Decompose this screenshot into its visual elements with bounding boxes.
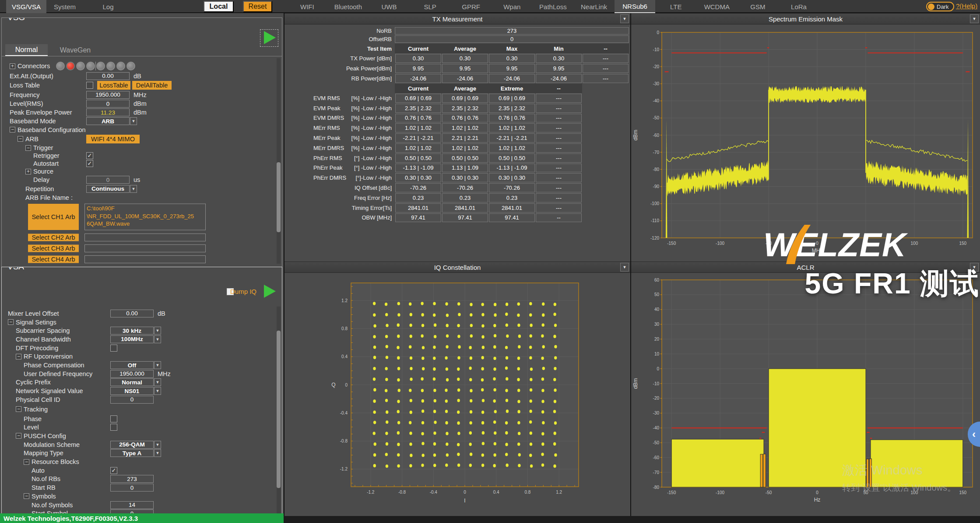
dropdown-arrow-icon[interactable]: ▼ — [154, 327, 161, 335]
collapse-icon[interactable]: − — [16, 354, 21, 359]
tab-bluetooth[interactable]: Bluetooth — [328, 0, 369, 13]
local-button[interactable]: Local — [204, 1, 234, 12]
tx-dropdown-icon[interactable]: ▼ — [620, 14, 629, 23]
dropdown-arrow-icon[interactable]: ▼ — [154, 361, 161, 369]
expand-icon[interactable]: + — [25, 169, 31, 174]
dropdown-arrow-icon[interactable]: ▼ — [154, 378, 161, 386]
value-field-network-signaled-value[interactable]: NS01 — [110, 387, 154, 395]
dropdown-arrow-icon[interactable]: ▼ — [154, 441, 161, 449]
collapse-icon[interactable]: − — [24, 459, 29, 465]
value-field-mixer-level-offset[interactable]: 0.00 — [110, 310, 154, 317]
tab-gsm[interactable]: GSM — [738, 0, 779, 13]
dropdown-arrow-icon[interactable]: ▼ — [130, 117, 137, 125]
value-field-baseband-mode[interactable]: ARB — [86, 117, 130, 125]
value-field-no-of-symbols[interactable]: 14 — [110, 501, 154, 509]
tab-gprf[interactable]: GPRF — [450, 0, 492, 13]
collapse-icon[interactable]: − — [16, 406, 21, 412]
sem-dropdown-icon[interactable]: ▼ — [970, 14, 979, 23]
tab-wpan[interactable]: Wpan — [492, 0, 533, 13]
vsg-scrollbar-track[interactable] — [277, 58, 281, 264]
menu-log[interactable]: Log — [97, 0, 119, 13]
checkbox-loss-table[interactable] — [86, 82, 93, 89]
checkbox-phase[interactable] — [110, 415, 117, 422]
vsg-play-button[interactable] — [264, 31, 276, 44]
collapse-icon[interactable]: − — [10, 127, 15, 132]
tab-uwb[interactable]: UWB — [369, 0, 410, 13]
expand-icon[interactable]: + — [10, 63, 15, 69]
checkbox-retrigger[interactable]: ✓ — [86, 152, 93, 159]
value-field-delay[interactable]: 0 — [86, 176, 130, 184]
vsa-scrollbar-thumb[interactable] — [277, 331, 281, 488]
metric-unit: [%] -Low / -High — [351, 145, 392, 151]
reset-button[interactable]: Reset — [243, 1, 272, 12]
value-field-phase-compensation[interactable]: Off — [110, 361, 154, 369]
select-arb-button-select-ch1-arb[interactable]: Select CH1 Arb — [28, 204, 79, 230]
tab-slp[interactable]: SLP — [410, 0, 451, 13]
connector-led-3[interactable] — [76, 62, 85, 70]
value-field-ext-att-output[interactable]: 0.00 — [86, 72, 130, 80]
value-field-frequency[interactable]: 1950.000 — [86, 91, 130, 99]
checkbox-dft-precoding[interactable] — [110, 345, 117, 352]
connector-led-1[interactable] — [56, 62, 65, 70]
menu-vsg-vsa[interactable]: VSG/VSA — [6, 0, 46, 13]
collapse-icon[interactable]: − — [8, 319, 14, 325]
tab-lte[interactable]: LTE — [655, 0, 696, 13]
aclr-dropdown-icon[interactable]: ▼ — [970, 263, 979, 272]
value-field-channel-bandwidth[interactable]: 100MHz — [110, 335, 154, 343]
value-field-user-defined-frequency[interactable]: 1950.000 — [110, 370, 154, 378]
collapse-icon[interactable]: − — [18, 136, 23, 142]
arb-waveform-value[interactable]: WIFI 4*4 MIMO — [86, 135, 140, 143]
connector-led-5[interactable] — [96, 62, 105, 70]
dropdown-arrow-icon[interactable]: ▼ — [154, 387, 161, 395]
connector-led-4[interactable] — [86, 62, 95, 70]
tx-param-offsetrb[interactable]: 0 — [395, 35, 629, 43]
tab-nearlink[interactable]: NearLink — [573, 0, 615, 13]
value-field-mapping-type[interactable]: Type A — [110, 449, 154, 457]
dropdown-arrow-icon[interactable]: ▼ — [130, 185, 137, 193]
tab-pathloss[interactable]: PathLoss — [533, 0, 574, 13]
help-link[interactable]: ?(Help) — [956, 2, 977, 10]
dropdown-arrow-icon[interactable]: ▼ — [154, 335, 161, 343]
iq-dropdown-icon[interactable]: ▼ — [620, 263, 629, 272]
value-field-subcarrier-spacing[interactable]: 30 kHz — [110, 327, 154, 335]
checkbox-autostart[interactable]: ✓ — [86, 160, 93, 167]
checkbox-auto[interactable]: ✓ — [110, 467, 117, 474]
connector-led-6[interactable] — [106, 62, 115, 70]
value-field-level-rms[interactable]: 0 — [86, 100, 130, 108]
vsg-scrollbar-thumb[interactable] — [277, 162, 281, 232]
select-arb-button-select-ch4-arb[interactable]: Select CH4 Arb — [28, 255, 79, 263]
vsg-tab-wavegen[interactable]: WaveGen — [53, 44, 97, 56]
value-field-cyclic-prefix[interactable]: Normal — [110, 378, 154, 386]
row-channel-bandwidth: Channel Bandwidth100MHz▼ — [2, 335, 282, 344]
metric-unit: [°]-Low / -High — [355, 174, 392, 181]
value-field-peak-envelope-power[interactable]: 11.23 — [86, 108, 130, 116]
checkbox-level[interactable] — [110, 424, 117, 431]
delalltable-button[interactable]: DelAllTable — [132, 81, 172, 90]
losstable-button[interactable]: LossTable — [97, 81, 130, 90]
connector-led-8[interactable] — [126, 62, 135, 70]
vsg-tab-normal[interactable]: Normal — [5, 44, 48, 56]
tab-lora[interactable]: LoRa — [778, 0, 819, 13]
tab-wifi[interactable]: WIFI — [287, 0, 328, 13]
menu-system[interactable]: System — [49, 0, 81, 13]
connector-led-2[interactable] — [66, 62, 75, 70]
tab-nrsub6[interactable]: NRSub6 — [615, 0, 656, 13]
tx-cell: 2.35 | 2.32 — [395, 104, 441, 113]
dark-mode-toggle[interactable]: Dark — [926, 2, 954, 11]
value-field-start-rb[interactable]: 0 — [110, 484, 154, 492]
value-field-repetition[interactable]: Continuous — [86, 185, 130, 193]
connector-led-7[interactable] — [116, 62, 125, 70]
collapse-icon[interactable]: − — [25, 145, 31, 151]
vsa-play-button[interactable] — [264, 285, 276, 298]
value-field-physical-cell-id[interactable]: 0 — [110, 396, 154, 404]
collapse-icon[interactable]: − — [16, 433, 21, 439]
collapse-icon[interactable]: − — [24, 493, 29, 499]
value-field-no-of-rbs[interactable]: 273 — [110, 475, 154, 483]
tx-param-norb[interactable]: 273 — [395, 27, 629, 35]
value-field-modulation-scheme[interactable]: 256-QAM — [110, 441, 154, 449]
dropdown-arrow-icon[interactable]: ▼ — [154, 449, 161, 457]
svg-text:-40: -40 — [653, 425, 660, 430]
select-arb-button-select-ch2-arb[interactable]: Select CH2 Arb — [28, 234, 79, 241]
tab-wcdma[interactable]: WCDMA — [696, 0, 738, 13]
select-arb-button-select-ch3-arb[interactable]: Select CH3 Arb — [28, 244, 79, 252]
